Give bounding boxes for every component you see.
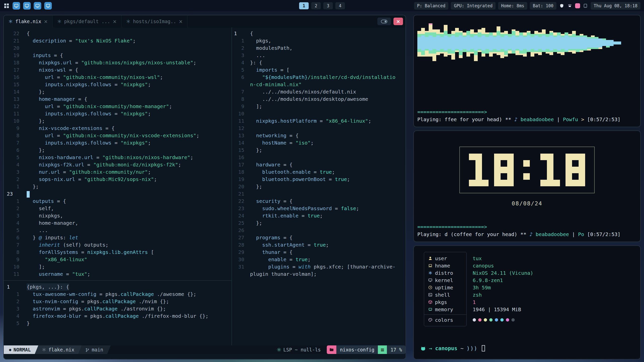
dock-app-icon[interactable]	[34, 2, 41, 10]
topbar-status: P: BalancedGPU: IntegratedHome: 8msBat: …	[414, 2, 640, 10]
code-text: tux-awesome-wm-config = pkgs.callPackage…	[27, 291, 196, 298]
pkgs-default-buffer[interactable]: 1{pkgs, ...}: {1 tux-awesome-wm-config =…	[4, 281, 231, 345]
code-text: modulesPath,	[250, 44, 293, 52]
tab-close-icon[interactable]: ×	[44, 19, 48, 24]
package-icon	[428, 300, 432, 304]
fetch-row-kernel: kernel	[428, 277, 462, 284]
visualizer-column	[497, 21, 500, 65]
code-line: 3 ...	[232, 52, 406, 59]
dock-app-icon[interactable]	[23, 2, 31, 10]
fetch-row-uptime: uptime	[428, 284, 462, 291]
visualizer-column	[553, 21, 557, 65]
visualizer-column	[485, 21, 489, 65]
iso-image-buffer[interactable]: 1{1 pkgs,2 modulesPath,3 ...4}: {5 impor…	[232, 27, 406, 278]
workspace-tag-4[interactable]: 4	[335, 2, 345, 9]
buffer-tab[interactable]: pkgs/default ...×	[53, 15, 122, 27]
code-line: 9 nix-vscode-extensions = {	[4, 125, 231, 132]
code-line: 7 ../../modules/nixos/default.nix	[232, 88, 406, 96]
shell-icon	[428, 293, 432, 297]
code-line: 8 ../../modules/nixos/desktop/awesome	[232, 96, 406, 103]
device-icon[interactable]	[583, 3, 588, 9]
visualizer-column	[508, 21, 512, 65]
fetch-label: uptime	[435, 285, 453, 291]
flake-nix-buffer[interactable]: 22{21 description = "tux's NixOS Flake";…	[4, 27, 231, 280]
now-playing-text: Playing: ffee for your head) ** ♪ beabad…	[417, 116, 638, 123]
buffer-tab[interactable]: hosts/isoImag..×	[122, 15, 188, 27]
line-number: 5	[7, 227, 19, 234]
statusline-filename: flake.nix	[48, 347, 74, 352]
code-line: 11 nixpkgs.hostPlatform = "x86_64-linux"…	[232, 117, 406, 125]
now-playing-text: Playing: d (coffee for your head) ** ♪ b…	[417, 231, 638, 238]
line-number: 31	[234, 263, 244, 270]
visualizer-window[interactable]: ======================> Playing: ffee fo…	[413, 15, 641, 127]
visualizer-column	[474, 21, 478, 65]
close-buffer-button[interactable]: ×	[393, 18, 403, 25]
visualizer-column	[610, 21, 614, 65]
code-line: 4 home-manager,	[4, 219, 231, 227]
visualizer-column	[602, 21, 606, 65]
color-dot	[506, 318, 509, 322]
code-text: sops-nix.url = "github:Mic92/sops-nix";	[27, 176, 157, 183]
fetch-row-colors: colors	[428, 316, 462, 324]
code-text: bluetooth.enable = true;	[250, 168, 335, 176]
fetch-value-memory: 1946 | 15394 MiB	[473, 306, 533, 313]
clock-widget[interactable]: Thu Aug 08, 18:18	[591, 2, 640, 10]
paw-icon[interactable]	[567, 3, 573, 9]
visualizer-column	[425, 21, 429, 65]
fetch-window[interactable]: userhnamedistrokerneluptimeshellpkgsmemo…	[413, 245, 641, 359]
color-dot	[484, 318, 487, 322]
code-text: nixpkgs,	[27, 212, 63, 219]
clock-frame	[459, 147, 595, 193]
toggle-icon[interactable]	[377, 18, 391, 25]
color-swatch-icon[interactable]	[575, 3, 580, 8]
nix-icon	[428, 271, 432, 275]
fetch-value-pkgs: 1	[473, 298, 533, 306]
visualizer-column	[587, 21, 591, 65]
workspace-tag-2[interactable]: 2	[311, 2, 321, 9]
line-number: 18	[7, 59, 19, 66]
visualizer-column	[455, 21, 459, 65]
visualizer-column	[572, 21, 576, 65]
nix-file-icon	[126, 19, 131, 24]
editor-body: 22{21 description = "tux's NixOS Flake";…	[4, 27, 406, 345]
app-launcher-icon[interactable]	[4, 3, 10, 9]
code-line: 10	[232, 110, 406, 117]
dock-app-icon[interactable]	[13, 2, 20, 10]
visualizer-column	[417, 21, 421, 65]
line-number: 5	[7, 320, 19, 327]
line-number: 15	[234, 147, 244, 154]
code-text: description = "tux's NixOS Flake";	[27, 37, 136, 44]
code-line: 8 forAllSystems = nixpkgs.lib.genAttrs [	[4, 249, 231, 256]
dock-app-icon[interactable]	[44, 2, 52, 10]
pane-right-container: 1{1 pkgs,2 modulesPath,3 ...4}: {5 impor…	[232, 27, 406, 345]
code-line: 4 nixpkgs-f2k.url = "github:moni-dz/nixp…	[4, 161, 231, 168]
code-line: 5 nixos-hardware.url = "github:nixos/nix…	[4, 154, 231, 161]
code-line: plugin thunar-volman];	[232, 270, 406, 278]
tab-close-icon[interactable]: ×	[113, 19, 117, 24]
shell-prompt[interactable]: → canopus ~ )))	[414, 345, 640, 359]
status-pill: Home: 8ms	[498, 2, 527, 10]
system-fetch: userhnamedistrokerneluptimeshellpkgsmemo…	[414, 246, 640, 326]
line-number: 3	[7, 305, 19, 312]
fetch-row-pkgs: pkgs	[428, 298, 462, 306]
topbar-left	[4, 2, 52, 10]
statusline-fill	[111, 345, 277, 354]
tab-close-icon[interactable]: ×	[179, 19, 183, 24]
clock-digit	[494, 154, 514, 186]
code-line: 10 ];	[4, 263, 231, 270]
clock-window[interactable]: 08/08/24 ======================> Playing…	[413, 130, 641, 242]
code-text: inputs = {	[27, 52, 63, 59]
visualizer-column	[534, 21, 538, 65]
buffer-tab[interactable]: flake.nix×	[4, 15, 53, 27]
statusline-right: LSP ~ null-ls nixos-config ≡ 17 %	[277, 345, 406, 354]
status-pill: GPU: Integrated	[451, 2, 496, 10]
workspace-tag-1[interactable]: 1	[299, 2, 309, 9]
command-line[interactable]	[4, 354, 406, 359]
workspace-tag-3[interactable]: 3	[323, 2, 333, 9]
mode-label: NORMAL	[14, 347, 31, 352]
visualizer-column	[565, 21, 568, 65]
code-line: 12	[232, 125, 406, 132]
shield-icon[interactable]	[559, 3, 565, 9]
code-line: 1 };	[4, 183, 231, 190]
code-line: 3 nur.url = "github:nix-community/nur";	[4, 168, 231, 176]
